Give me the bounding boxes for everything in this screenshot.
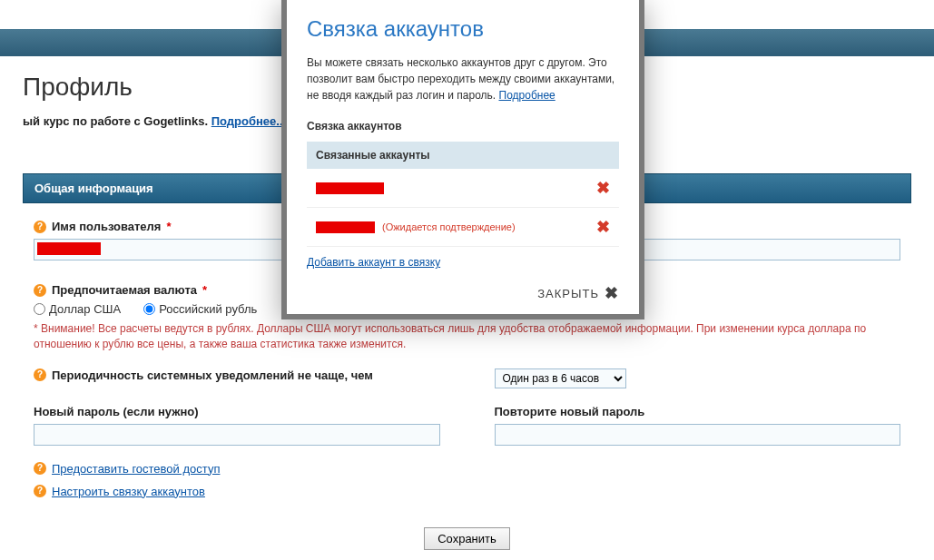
notify-row: ? Периодичность системных уведомлений не… [34,368,900,388]
link-accounts-row: ? Настроить связку аккаунтов [34,485,900,498]
link-accounts-link[interactable]: Настроить связку аккаунтов [52,485,205,498]
guest-access-link[interactable]: Предоставить гостевой доступ [52,462,220,476]
help-icon[interactable]: ? [34,221,46,233]
help-icon[interactable]: ? [34,284,46,297]
modal-subtitle: Связка аккаунтов [307,120,619,133]
currency-rub-option[interactable]: Российский рубль [143,302,257,316]
add-account-link[interactable]: Добавить аккаунт в связку [307,256,440,269]
currency-rub-radio[interactable] [143,303,155,315]
account-pending-status: (Ожидается подтверждение) [382,221,516,232]
save-button-wrap: Сохранить [23,527,911,559]
link-accounts-modal: Связка аккаунтов Вы можете связать неско… [281,0,644,319]
password-row: Новый пароль (если нужно) Повторите новы… [34,405,900,446]
modal-more-link[interactable]: Подробнее [499,89,555,102]
password-repeat-input[interactable] [495,424,901,446]
notify-frequency-select[interactable]: Один раз в 6 часов [495,368,626,388]
delete-account-icon[interactable]: ✖ [596,178,610,198]
password-repeat-label: Повторите новый пароль [495,405,645,418]
close-icon: ✖ [605,283,619,303]
password-new-input[interactable] [34,424,440,446]
help-icon[interactable]: ? [34,368,46,381]
save-button[interactable]: Сохранить [424,527,510,550]
username-label: Имя пользователя [52,220,161,233]
required-marker: * [202,283,207,297]
course-more-link[interactable]: Подробнее... [211,114,286,128]
accounts-table-header: Связанные аккаунты [307,142,619,169]
modal-close-button[interactable]: ЗАКРЫТЬ ✖ [307,283,619,303]
modal-description: Вы можете связать несколько аккаунтов др… [307,54,619,103]
currency-usd-option[interactable]: Доллар США [34,302,121,316]
modal-title: Связка аккаунтов [307,16,619,42]
help-icon[interactable]: ? [34,485,46,497]
help-icon[interactable]: ? [34,462,46,475]
account-row: (Ожидается подтверждение) ✖ [307,208,619,247]
password-new-label: Новый пароль (если нужно) [34,405,199,418]
account-name-redacted [316,221,375,233]
course-text: ый курс по работе с Gogetlinks. [23,114,211,128]
notify-label: Периодичность системных уведомлений не ч… [52,368,373,382]
account-name-redacted [316,182,384,194]
currency-warning: * Внимание! Все расчеты ведутся в рублях… [34,321,900,352]
account-row: ✖ [307,169,619,208]
guest-access-row: ? Предоставить гостевой доступ [34,462,900,476]
currency-label: Предпочитаемая валюта [52,283,197,297]
currency-usd-radio[interactable] [34,303,45,315]
delete-account-icon[interactable]: ✖ [596,217,610,237]
required-marker: * [166,220,171,233]
